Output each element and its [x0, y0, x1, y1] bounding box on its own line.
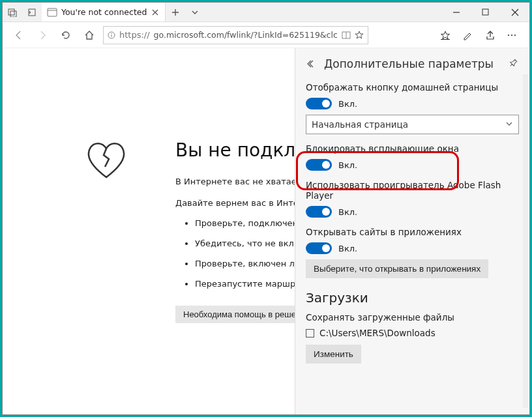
toggle-state: Вкл.	[338, 244, 357, 253]
downloads-path: C:\Users\MERS\Downloads	[319, 328, 436, 338]
setting-label: Использовать проигрыватель Adobe Flash P…	[306, 180, 519, 201]
tab-close-icon[interactable]	[151, 8, 160, 17]
svg-point-14	[511, 34, 512, 35]
reading-view-icon[interactable]	[342, 31, 351, 40]
setting-flash-player: Использовать проигрыватель Adobe Flash P…	[306, 180, 519, 218]
broken-heart-icon	[84, 139, 128, 182]
browser-window: You're not connected	[2, 2, 530, 415]
setting-open-in-apps: Открывать сайты в приложениях Вкл. Выбер…	[306, 227, 519, 278]
setting-label: Отображать кнопку домашней страницы	[306, 82, 519, 93]
choose-open-in-apps-button[interactable]: Выберите, что открывать в приложениях	[306, 259, 488, 278]
setting-label: Открывать сайты в приложениях	[306, 227, 519, 237]
svg-rect-3	[48, 8, 57, 16]
toolbar: https:// go.microsoft.com/fwlink/?LinkId…	[3, 22, 529, 48]
favorites-hub-icon[interactable]	[434, 25, 456, 45]
downloads-heading: Загрузки	[306, 290, 519, 306]
svg-rect-6	[482, 9, 488, 15]
favorite-star-icon[interactable]	[355, 31, 364, 40]
url-text: go.microsoft.com/fwlink/?LinkId=625119&c…	[154, 30, 338, 40]
tab-title: You're not connected	[61, 7, 147, 17]
downloads-desc: Сохранять загруженные файлы	[306, 312, 519, 323]
toggle-state: Вкл.	[338, 207, 357, 217]
tab-aside-icon[interactable]	[3, 3, 22, 22]
toggle-state: Вкл.	[338, 99, 357, 109]
forward-button[interactable]	[33, 25, 52, 45]
svg-point-13	[508, 34, 509, 35]
titlebar: You're not connected	[3, 3, 529, 22]
tab-active[interactable]: You're not connected	[42, 3, 166, 22]
svg-point-9	[111, 33, 111, 33]
close-window-button[interactable]	[500, 3, 529, 22]
settings-back-icon[interactable]	[306, 58, 318, 70]
svg-rect-1	[10, 11, 16, 17]
toggle-flash[interactable]	[306, 206, 332, 218]
tab-preview-toggle[interactable]	[185, 3, 205, 22]
web-notes-icon[interactable]	[456, 25, 479, 45]
toggle-block-popups[interactable]	[306, 159, 332, 171]
svg-point-15	[514, 34, 516, 35]
downloads-section: Загрузки Сохранять загруженные файлы C:\…	[306, 287, 519, 364]
chevron-down-icon	[505, 119, 513, 130]
folder-icon	[306, 329, 314, 338]
settings-more-icon[interactable]	[501, 25, 523, 45]
toggle-open-in-apps[interactable]	[306, 242, 332, 254]
new-tab-button[interactable]	[166, 3, 185, 22]
share-icon[interactable]	[479, 25, 501, 45]
content-area: Вы не подключены В Интернете вас не хват…	[3, 48, 529, 414]
refresh-button[interactable]	[56, 25, 76, 45]
start-page-select[interactable]: Начальная страница	[306, 115, 519, 134]
address-bar[interactable]: https:// go.microsoft.com/fwlink/?LinkId…	[103, 26, 368, 44]
set-aside-icon[interactable]	[22, 3, 42, 22]
svg-rect-0	[8, 9, 14, 15]
url-scheme: https://	[119, 30, 150, 40]
settings-title: Дополнительные параметры	[324, 57, 502, 70]
maximize-button[interactable]	[471, 3, 500, 22]
minimize-button[interactable]	[441, 3, 471, 22]
setting-label: Блокировать всплывающие окна	[306, 143, 519, 154]
setting-home-button: Отображать кнопку домашней страницы Вкл.…	[306, 82, 519, 134]
toggle-state: Вкл.	[338, 160, 357, 170]
settings-panel: Дополнительные параметры Отображать кноп…	[295, 48, 529, 414]
pin-icon[interactable]	[509, 59, 519, 69]
toggle-home-button[interactable]	[306, 98, 332, 109]
back-button[interactable]	[9, 25, 29, 45]
setting-block-popups: Блокировать всплывающие окна Вкл.	[306, 143, 519, 171]
change-downloads-button[interactable]: Изменить	[306, 345, 361, 364]
home-button[interactable]	[80, 25, 99, 45]
page-favicon	[47, 7, 57, 18]
select-value: Начальная страница	[312, 119, 408, 130]
info-icon	[108, 31, 115, 39]
settings-scrollbar[interactable]	[523, 74, 528, 408]
fix-connection-button[interactable]: Необходима помощь в решен	[175, 306, 308, 323]
